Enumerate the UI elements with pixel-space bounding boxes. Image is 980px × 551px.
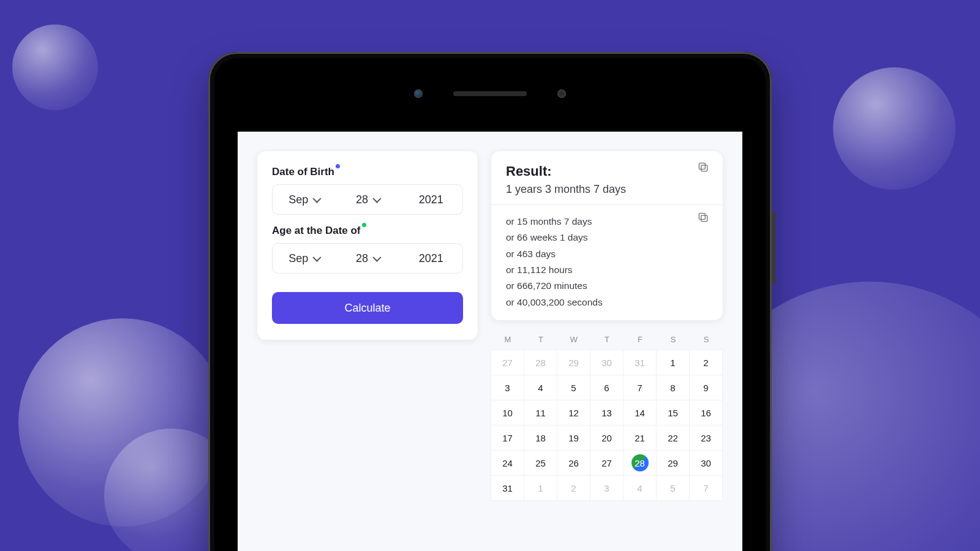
calendar-day[interactable]: 2 — [689, 350, 723, 375]
device-side-button — [772, 211, 775, 285]
calendar-row: 17181920212223 — [491, 425, 723, 451]
calendar-weekday: T — [590, 330, 624, 350]
decor-bubble — [833, 67, 956, 190]
dob-year-input[interactable]: 2021 — [399, 193, 462, 206]
calendar-day[interactable]: 19 — [557, 425, 590, 451]
calendar-row: 31123457 — [491, 476, 723, 501]
calendar-day[interactable]: 21 — [623, 425, 657, 451]
chevron-down-icon — [372, 195, 381, 203]
calendar-row: 3456789 — [491, 375, 723, 400]
calendar-body: 2728293031123456789101112131415161718192… — [491, 350, 723, 501]
calendar-day[interactable]: 5 — [557, 375, 590, 400]
age-at-year-input[interactable]: 2021 — [399, 252, 462, 265]
age-at-label: Age at the Date of — [272, 225, 361, 237]
calendar-day[interactable]: 27 — [491, 350, 524, 375]
svg-rect-2 — [701, 216, 707, 222]
calendar-row: 10111213141516 — [491, 400, 723, 425]
calendar-weekday-header: MTWTFSS — [491, 330, 723, 350]
age-at-day-select[interactable]: 28 — [336, 252, 399, 265]
calendar-day[interactable]: 22 — [656, 425, 690, 451]
chevron-down-icon — [372, 253, 381, 262]
calendar-day[interactable]: 4 — [524, 375, 557, 400]
dob-date-row: Sep 28 2021 — [272, 184, 463, 215]
dob-day-select[interactable]: 28 — [336, 193, 399, 206]
calendar-day[interactable]: 1 — [524, 475, 557, 501]
dob-month-select[interactable]: Sep — [273, 193, 336, 206]
device-camera-bar — [398, 90, 582, 97]
calendar-weekday: W — [557, 330, 590, 350]
age-at-date-row: Sep 28 2021 — [272, 243, 463, 274]
age-at-month-select[interactable]: Sep — [273, 252, 336, 265]
copy-icon — [697, 211, 709, 223]
calendar-day[interactable]: 24 — [491, 450, 524, 476]
calendar-weekday: M — [491, 330, 524, 350]
result-alternate-row: or 666,720 minutes — [506, 278, 708, 294]
divider — [491, 204, 723, 205]
calendar-weekday: S — [690, 330, 723, 350]
calendar-day[interactable]: 15 — [656, 400, 690, 425]
calendar-day[interactable]: 7 — [689, 475, 723, 501]
calendar-row: 272829303112 — [491, 350, 723, 375]
svg-rect-0 — [701, 165, 707, 171]
svg-rect-3 — [699, 213, 705, 219]
calendar-day[interactable]: 11 — [524, 400, 557, 425]
calendar-day[interactable]: 9 — [689, 375, 723, 400]
calendar-row: 24252627282930 — [491, 451, 723, 476]
result-alternate-row: or 11,112 hours — [506, 262, 708, 278]
calendar-day[interactable]: 23 — [689, 425, 723, 451]
calendar-day[interactable]: 2 — [557, 475, 590, 501]
calendar-day[interactable]: 30 — [590, 350, 624, 375]
calendar-day[interactable]: 29 — [557, 350, 590, 375]
calendar-day[interactable]: 10 — [491, 400, 524, 425]
calendar-day[interactable]: 30 — [689, 450, 723, 476]
calendar-weekday: F — [624, 330, 657, 350]
calendar-day[interactable]: 3 — [491, 375, 524, 400]
result-card: Result: 1 years 3 months 7 days or 15 mo… — [491, 151, 723, 320]
calendar-day[interactable]: 26 — [557, 450, 590, 476]
calendar-day[interactable]: 12 — [557, 400, 590, 425]
decor-bubble — [12, 24, 98, 110]
calendar-day[interactable]: 28 — [524, 350, 557, 375]
calendar-day[interactable]: 16 — [689, 400, 723, 425]
indicator-dot-icon — [336, 164, 340, 168]
calendar-day[interactable]: 13 — [590, 400, 624, 425]
chevron-down-icon — [313, 253, 322, 262]
calendar-day[interactable]: 17 — [491, 425, 524, 451]
copy-result-button[interactable] — [697, 161, 712, 176]
calendar-day[interactable]: 28 — [623, 450, 657, 476]
calendar-day[interactable]: 20 — [590, 425, 624, 451]
calendar-day[interactable]: 14 — [623, 400, 657, 425]
copy-icon — [697, 161, 709, 173]
calendar-day[interactable]: 5 — [656, 475, 690, 501]
calendar-day[interactable]: 8 — [656, 375, 690, 400]
calendar-day[interactable]: 4 — [623, 475, 657, 501]
dob-label: Date of Birth — [272, 166, 334, 178]
calendar-weekday: S — [657, 330, 690, 350]
calendar-day[interactable]: 31 — [491, 475, 524, 501]
calendar-day[interactable]: 31 — [623, 350, 657, 375]
result-alternate-row: or 40,003,200 seconds — [506, 294, 708, 310]
calendar: MTWTFSS 27282930311234567891011121314151… — [491, 330, 723, 501]
calendar-day[interactable]: 25 — [524, 450, 557, 476]
copy-alternates-button[interactable] — [697, 211, 712, 226]
calendar-day[interactable]: 29 — [656, 450, 690, 476]
chevron-down-icon — [313, 195, 322, 203]
app-screen: Date of Birth Sep 28 — [238, 132, 742, 551]
result-alternates-list: or 15 months 7 daysor 66 weeks 1 daysor … — [506, 214, 708, 310]
calculate-button[interactable]: Calculate — [272, 292, 463, 324]
calendar-day[interactable]: 27 — [590, 450, 624, 476]
result-title: Result: — [506, 163, 708, 179]
tablet-frame: Date of Birth Sep 28 — [208, 52, 772, 551]
svg-rect-1 — [699, 163, 705, 169]
calendar-weekday: T — [524, 330, 557, 350]
calendar-day[interactable]: 3 — [590, 475, 624, 501]
calendar-day[interactable]: 7 — [623, 375, 657, 400]
calendar-day[interactable]: 18 — [524, 425, 557, 451]
result-main-value: 1 years 3 months 7 days — [506, 183, 708, 196]
calendar-day[interactable]: 1 — [656, 350, 690, 375]
result-alternate-row: or 15 months 7 days — [506, 214, 708, 230]
calendar-day[interactable]: 6 — [590, 375, 624, 400]
result-alternate-row: or 66 weeks 1 days — [506, 230, 708, 246]
result-alternate-row: or 463 days — [506, 246, 708, 262]
form-card: Date of Birth Sep 28 — [257, 151, 478, 340]
